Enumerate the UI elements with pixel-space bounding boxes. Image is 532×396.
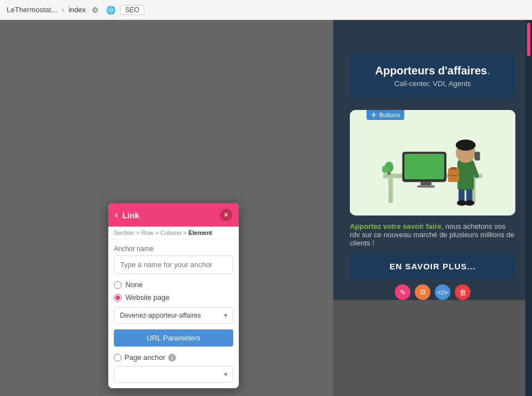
cta-container: EN SAVOIR PLUS...: [350, 254, 515, 279]
url-params-button[interactable]: URL Parameters: [114, 329, 233, 347]
anchor-name-label: Anchor name: [114, 245, 233, 253]
link-type-group: None Website page: [114, 280, 233, 302]
editor-area: ‹ Link × Section > Row > Column > Elemen…: [0, 20, 333, 396]
svg-rect-7: [417, 186, 435, 188]
link-dialog: ‹ Link × Section > Row > Column > Elemen…: [108, 203, 239, 388]
apporteurs-card: Apporteurs d'affaires. Call-center, VDI,…: [350, 53, 515, 99]
anchor-select[interactable]: [114, 366, 233, 383]
cta-button-text[interactable]: EN SAVOIR PLUS...: [358, 262, 508, 271]
preview-content: Apporteurs d'affaires. Call-center, VDI,…: [333, 53, 532, 300]
svg-rect-23: [450, 167, 457, 170]
card-subtitle: Call-center, VDI, Agents: [361, 79, 504, 88]
text-highlight: Apportez votre savoir faire: [350, 222, 441, 230]
page-anchor-label: Page anchor: [124, 353, 165, 362]
close-button[interactable]: ×: [220, 209, 232, 221]
page-select-wrapper: Devenez-apporteur-affaires ▼: [114, 307, 233, 324]
topbar: LeThermostat... › index ⚙ 🌐 SEO: [0, 0, 532, 20]
scrollbar[interactable]: [525, 20, 532, 396]
dialog-breadcrumb: Section > Row > Column > Element: [108, 227, 239, 239]
dialog-title: Link: [122, 210, 220, 220]
svg-rect-2: [389, 178, 393, 203]
none-label: None: [126, 280, 143, 289]
illustration-area: ✛ Buttons: [350, 110, 515, 215]
delete-icon[interactable]: 🗑: [455, 284, 470, 300]
illustration-svg: [350, 110, 515, 215]
breadcrumb-text: Section > Row > Column >: [114, 229, 188, 236]
page-name[interactable]: index: [68, 6, 86, 14]
none-radio[interactable]: [114, 281, 122, 289]
move-icon: ✛: [371, 111, 377, 119]
seo-button[interactable]: SEO: [120, 5, 144, 15]
action-icons-bar: ✎ ⧉ </> 🗑: [333, 284, 532, 300]
svg-rect-5: [404, 154, 444, 179]
svg-point-15: [456, 139, 476, 151]
card-title: Apporteurs d'affaires.: [361, 64, 504, 77]
text-block: Apportez votre savoir faire, nous acheto…: [350, 222, 515, 247]
website-page-label: Website page: [126, 293, 169, 302]
breadcrumb-sep1: ›: [62, 6, 64, 14]
website-page-radio-item[interactable]: Website page: [114, 293, 233, 302]
buttons-tag: Buttons: [379, 112, 400, 118]
svg-point-10: [382, 166, 389, 173]
anchor-select-wrapper: ▼: [114, 366, 233, 383]
dialog-body: Anchor name None Website page: [108, 239, 239, 388]
page-anchor-radio[interactable]: [114, 354, 122, 362]
dialog-header: ‹ Link ×: [108, 203, 239, 227]
none-radio-item[interactable]: None: [114, 280, 233, 289]
buttons-label-bar: ✛ Buttons: [367, 110, 404, 120]
back-button[interactable]: ‹: [115, 210, 118, 220]
preview-wrapper: Apporteurs d'affaires. Call-center, VDI,…: [333, 20, 532, 396]
globe-icon[interactable]: 🌐: [104, 4, 117, 16]
website-page-radio[interactable]: [114, 294, 122, 302]
preview-area: Apporteurs d'affaires. Call-center, VDI,…: [333, 20, 532, 300]
breadcrumb-element: Element: [188, 229, 212, 236]
svg-point-21: [465, 200, 475, 206]
page-anchor-row: Page anchor i: [114, 353, 233, 362]
svg-rect-6: [420, 182, 431, 186]
site-name[interactable]: LeThermostat...: [7, 6, 57, 14]
settings-icon[interactable]: ⚙: [89, 4, 101, 16]
edit-icon[interactable]: ✎: [395, 284, 410, 300]
scrollbar-thumb[interactable]: [527, 23, 530, 56]
main-area: ‹ Link × Section > Row > Column > Elemen…: [0, 20, 532, 396]
copy-icon[interactable]: ⧉: [415, 284, 430, 300]
svg-rect-17: [474, 152, 480, 161]
anchor-name-input[interactable]: [114, 255, 233, 274]
page-select[interactable]: Devenez-apporteur-affaires: [114, 307, 233, 324]
info-icon[interactable]: i: [168, 354, 176, 362]
code-icon[interactable]: </>: [435, 284, 450, 300]
